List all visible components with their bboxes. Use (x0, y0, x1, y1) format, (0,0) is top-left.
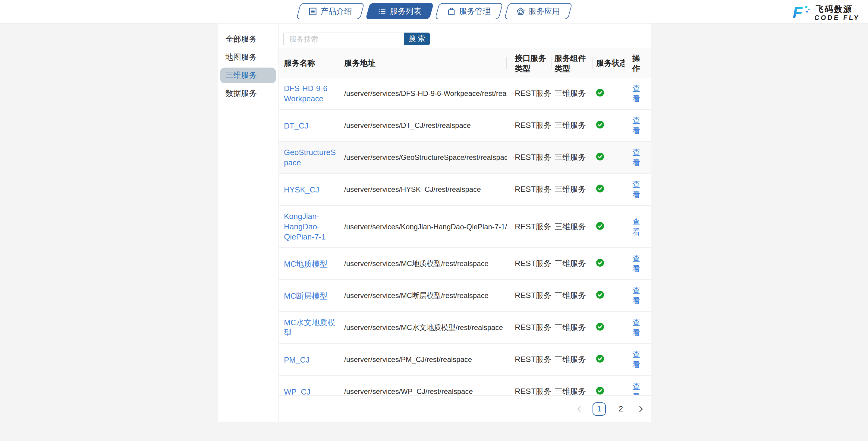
table-header-row: 服务名称 服务地址 接口服务类型 服务组件类型 服务状态 操作 (279, 48, 651, 78)
check-circle-icon (596, 89, 604, 96)
api-type: REST服务 (507, 344, 552, 376)
api-type: REST服务 (507, 142, 552, 173)
service-name-link[interactable]: GeoStructureSpace (284, 147, 336, 168)
view-link[interactable]: 查看 (632, 216, 641, 237)
check-circle-icon (596, 222, 604, 230)
service-address: /userver/services/KongJian-HangDao-QiePi… (339, 205, 507, 248)
table-row: KongJian-HangDao-QiePian-7-1 /userver/se… (279, 205, 651, 248)
api-type: REST服务 (507, 205, 552, 248)
view-link[interactable]: 查看 (632, 115, 641, 136)
check-circle-icon (596, 153, 604, 160)
tab-service-list[interactable]: 服务列表 (365, 3, 433, 19)
service-table: 服务名称 服务地址 接口服务类型 服务组件类型 服务状态 操作 DFS-HD-9… (279, 48, 651, 407)
logo-name-cn: 飞码数源 (815, 4, 861, 13)
column-header-operation: 操作 (625, 48, 651, 78)
search-row: 搜 索 (279, 24, 651, 48)
service-name-link[interactable]: PM_CJ (284, 354, 310, 365)
tab-product-intro[interactable]: 产品介绍 (296, 3, 364, 19)
tab-bar: 产品介绍 服务列表 (0, 0, 868, 19)
component-type: 三维服务 (552, 205, 592, 248)
column-header-service-name: 服务名称 (279, 48, 339, 78)
view-link[interactable]: 查看 (632, 285, 641, 306)
table-row: PM_CJ /userver/services/PM_CJ/rest/reals… (279, 344, 651, 376)
table-row: MC水文地质模型 /userver/services/MC水文地质模型/rest… (279, 312, 651, 344)
check-circle-icon (596, 121, 604, 128)
service-address: /userver/services/MC地质模型/rest/realspace (339, 248, 507, 280)
view-link[interactable]: 查看 (632, 317, 641, 338)
column-header-component-type: 服务组件类型 (552, 48, 592, 78)
service-name-link[interactable]: HYSK_CJ (284, 184, 319, 195)
tab-service-manage[interactable]: 服务管理 (435, 3, 503, 19)
service-address: /userver/services/MC水文地质模型/rest/realspac… (339, 312, 507, 344)
tab-service-app[interactable]: 服务应用 (504, 3, 572, 19)
tab-label: 服务列表 (390, 6, 421, 17)
search-input[interactable] (283, 33, 404, 45)
check-circle-icon (596, 185, 604, 193)
tab-label: 产品介绍 (320, 6, 352, 17)
api-type: REST服务 (507, 78, 552, 110)
check-circle-icon (596, 355, 604, 362)
pagination: 1 2 (279, 395, 651, 422)
api-type: REST服务 (507, 248, 552, 280)
check-circle-icon (596, 259, 604, 267)
service-address: /userver/services/HYSK_CJ/rest/realspace (339, 173, 507, 205)
service-address: /userver/services/PM_CJ/rest/realspace (339, 344, 507, 376)
table-row: MC地质模型 /userver/services/MC地质模型/rest/rea… (279, 248, 651, 280)
component-type: 三维服务 (552, 280, 592, 312)
check-circle-icon (596, 291, 604, 299)
component-type: 三维服务 (552, 248, 592, 280)
svg-text:F: F (792, 3, 803, 20)
codefly-f-logo-icon: F (790, 3, 811, 22)
page-number-2[interactable]: 2 (614, 402, 627, 416)
service-address: /userver/services/GeoStructureSpace/rest… (339, 142, 507, 173)
table-row: HYSK_CJ /userver/services/HYSK_CJ/rest/r… (279, 173, 651, 205)
component-type: 三维服务 (552, 312, 592, 344)
chevron-left-icon[interactable] (575, 402, 584, 416)
service-name-link[interactable]: MC断层模型 (284, 291, 327, 301)
check-circle-icon (596, 323, 604, 331)
page-number-1[interactable]: 1 (592, 402, 606, 416)
top-header: 产品介绍 服务列表 (0, 0, 868, 24)
component-type: 三维服务 (552, 142, 592, 173)
api-type: REST服务 (507, 312, 552, 344)
component-type: 三维服务 (552, 78, 592, 110)
service-list-icon (378, 7, 386, 16)
view-link[interactable]: 查看 (632, 349, 641, 370)
table-row: GeoStructureSpace /userver/services/GeoS… (279, 142, 651, 173)
service-name-link[interactable]: MC水文地质模型 (284, 317, 336, 338)
service-address: /userver/services/DFS-HD-9-6-Workpeace/r… (339, 78, 507, 110)
view-link[interactable]: 查看 (632, 83, 641, 104)
table-row: MC断层模型 /userver/services/MC断层模型/rest/rea… (279, 280, 651, 312)
logo-name-en: CODE FLY (814, 14, 860, 21)
sidebar-item-map-services[interactable]: 地图服务 (220, 50, 276, 65)
service-manage-icon (447, 7, 456, 16)
service-name-link[interactable]: MC地质模型 (284, 259, 327, 269)
table-body: DFS-HD-9-6-Workpeace /userver/services/D… (279, 78, 651, 407)
product-intro-icon (308, 7, 317, 16)
component-type: 三维服务 (552, 344, 592, 376)
content-panel: 搜 索 服务名称 服务地址 接口服务类型 服务组件类型 服务状态 操作 DFS-… (279, 24, 651, 422)
brand-logo: F 飞码数源 CODE FLY (790, 3, 860, 22)
view-link[interactable]: 查看 (632, 147, 641, 168)
service-name-link[interactable]: DT_CJ (284, 120, 308, 130)
sidebar-item-data-services[interactable]: 数据服务 (220, 86, 276, 101)
service-address: /userver/services/DT_CJ/rest/realspace (339, 110, 507, 142)
tab-label: 服务管理 (459, 6, 490, 17)
service-app-icon (516, 7, 525, 16)
sidebar-item-all-services[interactable]: 全部服务 (220, 31, 276, 47)
service-name-link[interactable]: DFS-HD-9-6-Workpeace (284, 83, 336, 104)
sidebar: 全部服务 地图服务 三维服务 数据服务 (218, 24, 278, 422)
component-type: 三维服务 (552, 173, 592, 205)
tab-label: 服务应用 (528, 6, 560, 17)
column-header-service-address: 服务地址 (339, 48, 507, 78)
sidebar-item-3d-services[interactable]: 三维服务 (220, 67, 276, 83)
column-header-api-type: 接口服务类型 (507, 48, 552, 78)
chevron-right-icon[interactable] (636, 402, 646, 416)
view-link[interactable]: 查看 (632, 254, 641, 274)
api-type: REST服务 (507, 173, 552, 205)
table-row: DFS-HD-9-6-Workpeace /userver/services/D… (279, 78, 651, 110)
app: 产品介绍 服务列表 (0, 0, 868, 441)
search-button[interactable]: 搜 索 (404, 33, 430, 45)
view-link[interactable]: 查看 (632, 179, 641, 200)
service-name-link[interactable]: KongJian-HangDao-QiePian-7-1 (284, 211, 336, 242)
